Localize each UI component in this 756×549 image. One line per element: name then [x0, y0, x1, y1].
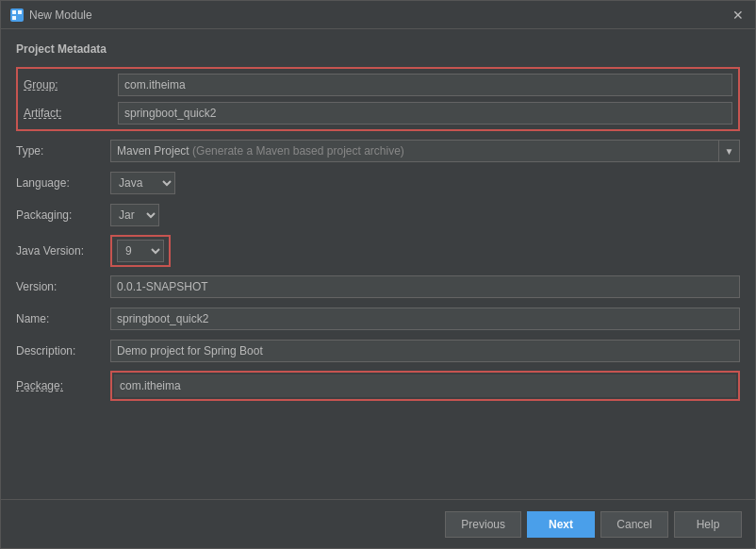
group-artifact-highlight: Group: Artifact: — [16, 67, 740, 131]
dialog-title: New Module — [29, 8, 92, 22]
svg-rect-2 — [12, 16, 16, 20]
language-row: Language: Java Kotlin Groovy — [16, 171, 740, 195]
artifact-label: Artifact: — [24, 107, 118, 120]
packaging-label: Packaging: — [16, 208, 110, 222]
version-input[interactable] — [110, 275, 740, 298]
name-row: Name: — [16, 307, 740, 331]
java-version-row: Java Version: 9 8 11 17 — [16, 235, 740, 267]
language-select[interactable]: Java Kotlin Groovy — [110, 172, 175, 194]
svg-rect-0 — [12, 10, 16, 14]
type-select-wrapper: Maven Project (Generate a Maven based pr… — [110, 140, 740, 162]
description-row: Description: — [16, 339, 740, 363]
type-row: Type: Maven Project (Generate a Maven ba… — [16, 139, 740, 163]
language-label: Language: — [16, 176, 110, 190]
next-button[interactable]: Next — [527, 511, 595, 538]
help-button[interactable]: Help — [674, 511, 742, 538]
title-bar: New Module ✕ — [1, 1, 755, 29]
dialog-footer: Previous Next Cancel Help — [1, 499, 755, 548]
dialog-content: Project Metadata Group: Artifact: Type: … — [1, 29, 755, 499]
type-value: Maven Project — [117, 144, 189, 158]
group-input[interactable] — [118, 74, 732, 96]
close-button[interactable]: ✕ — [731, 8, 746, 22]
type-label: Type: — [16, 144, 110, 158]
package-input[interactable] — [114, 374, 736, 397]
description-input[interactable] — [110, 340, 740, 362]
name-label: Name: — [16, 312, 110, 325]
svg-rect-1 — [18, 10, 22, 14]
type-dropdown-btn[interactable]: ▼ — [719, 140, 740, 162]
version-row: Version: — [16, 274, 740, 299]
section-project-metadata: Project Metadata — [16, 42, 740, 56]
version-label: Version: — [16, 280, 110, 293]
package-row: Package: — [16, 371, 740, 401]
package-label: Package: — [16, 379, 110, 392]
previous-button[interactable]: Previous — [445, 511, 521, 538]
description-label: Description: — [16, 344, 110, 358]
java-version-label: Java Version: — [16, 244, 110, 258]
packaging-row: Packaging: Jar War — [16, 203, 740, 227]
artifact-input[interactable] — [118, 102, 732, 125]
language-select-wrapper: Java Kotlin Groovy — [110, 172, 175, 194]
packaging-select-wrapper: Jar War — [110, 204, 159, 226]
title-bar-left: New Module — [10, 8, 92, 22]
group-row: Group: — [24, 73, 732, 97]
type-description: (Generate a Maven based project archive) — [192, 144, 404, 158]
module-icon — [10, 8, 24, 22]
svg-rect-3 — [18, 16, 22, 20]
packaging-select[interactable]: Jar War — [110, 204, 159, 226]
group-label: Group: — [24, 78, 118, 92]
name-input[interactable] — [110, 308, 740, 330]
java-version-highlight: 9 8 11 17 — [110, 235, 171, 267]
artifact-row: Artifact: — [24, 101, 732, 125]
cancel-button[interactable]: Cancel — [600, 511, 668, 538]
package-highlight — [110, 371, 740, 401]
new-module-dialog: New Module ✕ Project Metadata Group: Art… — [0, 0, 756, 549]
java-version-select[interactable]: 9 8 11 17 — [117, 240, 164, 262]
type-field-text: Maven Project (Generate a Maven based pr… — [110, 140, 719, 162]
